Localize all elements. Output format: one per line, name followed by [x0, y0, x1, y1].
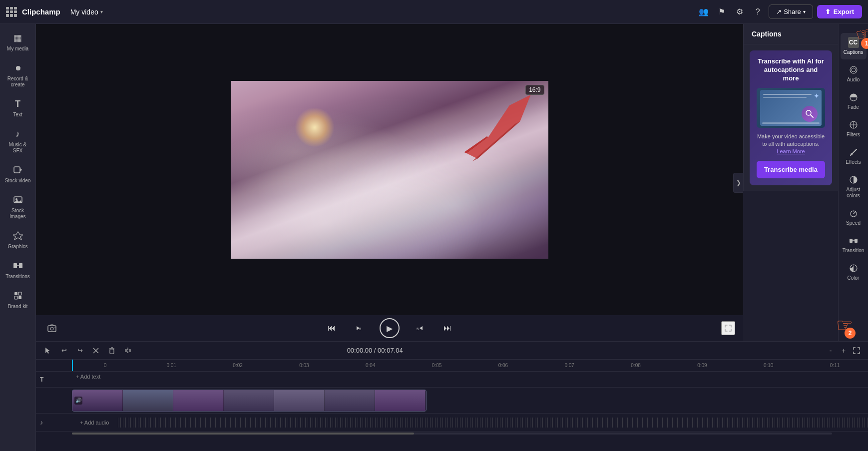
left-sidebar: ▦ My media ⏺ Record & create T Text ♪ Mu… [0, 24, 36, 451]
scrollbar-track [72, 433, 832, 435]
magnify-icon [802, 106, 818, 122]
rewind-button[interactable]: 5 [352, 320, 368, 336]
clip-thumbnails [72, 390, 426, 411]
select-tool[interactable] [42, 345, 54, 357]
svg-rect-14 [48, 326, 56, 332]
sidebar-item-my-media[interactable]: ▦ My media [2, 28, 34, 56]
apps-grid-icon[interactable] [6, 7, 16, 17]
ruler-mark-10: 0:10 [735, 363, 802, 368]
right-tool-fade[interactable]: Fade [841, 88, 867, 114]
panel-collapse-button[interactable]: ❯ [733, 173, 743, 193]
right-tool-audio[interactable]: Audio [841, 60, 867, 87]
captions-thumb-inner: ✦ [760, 90, 822, 126]
sidebar-item-brand-kit-label: Brand kit [8, 304, 27, 310]
graphics-icon [12, 230, 24, 242]
ruler-mark-1: 0:01 [138, 363, 205, 368]
share-chevron-icon: ▾ [803, 9, 806, 14]
settings-icon[interactable]: ⚙ [733, 5, 747, 19]
middle-section: 16:9 ⏮ 5 ▶ 5 ⏭ [36, 24, 868, 341]
expand-timeline-button[interactable] [851, 345, 862, 356]
record-icon: ⏺ [12, 62, 24, 74]
right-tool-color[interactable]: Color [841, 259, 867, 285]
sidebar-item-stock-images-label: Stock images [4, 208, 32, 220]
sidebar-item-transitions[interactable]: Transitions [2, 256, 34, 284]
ruler-mark-9: 0:09 [669, 363, 735, 368]
captions-card-description: Make your video accessible to all with a… [757, 133, 825, 156]
sidebar-item-stock-images[interactable]: Stock images [2, 190, 34, 224]
export-up-icon: ⬆ [825, 8, 831, 15]
scrollbar-thumb[interactable] [72, 433, 414, 435]
svg-rect-44 [129, 349, 131, 352]
transcribe-media-button[interactable]: Transcribe media [757, 161, 825, 178]
svg-rect-10 [14, 292, 17, 295]
skip-back-button[interactable]: ⏮ [324, 320, 340, 336]
text-track-content[interactable]: + Add text [72, 372, 868, 387]
forward-button[interactable]: 5 [412, 320, 428, 336]
audio-tool-icon [848, 64, 859, 75]
skip-forward-button[interactable]: ⏭ [439, 320, 455, 336]
video-background [231, 81, 548, 259]
svg-marker-1 [20, 168, 22, 171]
svg-rect-13 [18, 296, 21, 299]
fullscreen-button[interactable] [721, 321, 735, 335]
video-clip[interactable]: 🔊 [72, 390, 427, 412]
ruler-mark-8: 0:08 [603, 363, 669, 368]
music-icon: ♪ [12, 128, 24, 140]
waveform-display [117, 418, 868, 428]
sidebar-item-music-sfx[interactable]: ♪ Music & SFX [2, 124, 34, 158]
video-track-row: 🔊 [36, 388, 868, 414]
cut-button[interactable] [90, 345, 102, 357]
audio-track-content: + Add audio [72, 418, 868, 428]
svg-rect-43 [125, 349, 127, 352]
right-tool-adjust-colors-label: Adjust colors [843, 187, 865, 199]
svg-marker-4 [14, 200, 22, 203]
timeline-scrollbar[interactable] [36, 432, 868, 436]
screenshot-button[interactable] [44, 320, 60, 336]
people-icon[interactable]: 👥 [697, 5, 711, 19]
delete-button[interactable] [106, 345, 118, 357]
right-tool-adjust-colors[interactable]: Adjust colors [841, 170, 867, 203]
export-button[interactable]: ⬆ Export [817, 5, 862, 18]
filters-tool-icon [848, 119, 859, 130]
sidebar-item-text[interactable]: T Text [2, 94, 34, 122]
captions-panel: Captions Transcribe with AI for autocapt… [743, 24, 838, 191]
right-tool-captions-label: Captions [844, 49, 863, 55]
preview-area: 16:9 ⏮ 5 ▶ 5 ⏭ [36, 24, 743, 341]
right-tool-filters[interactable]: Filters [841, 115, 867, 142]
zoom-out-button[interactable]: - [825, 345, 836, 356]
sidebar-item-brand-kit[interactable]: Brand kit [2, 286, 34, 314]
undo-button[interactable]: ↩ [58, 345, 70, 357]
flag-icon[interactable]: ⚑ [715, 5, 729, 19]
right-tool-captions[interactable]: CC Captions [841, 33, 867, 59]
video-title-dropdown[interactable]: My video ▾ [66, 6, 107, 18]
captions-card-title: Transcribe with AI for autocaptions and … [757, 57, 825, 83]
right-tool-speed[interactable]: Speed [841, 204, 867, 230]
zoom-in-button[interactable]: + [838, 345, 849, 356]
learn-more-link[interactable]: Learn More [777, 148, 805, 154]
help-icon[interactable]: ? [751, 5, 765, 19]
add-audio-button[interactable]: + Add audio [76, 419, 113, 427]
redo-button[interactable]: ↪ [74, 345, 86, 357]
share-icon: ↗ [776, 8, 782, 15]
svg-point-15 [50, 327, 53, 330]
audio-track-label: ♪ [36, 419, 72, 426]
sidebar-item-stock-video[interactable]: Stock video [2, 160, 34, 188]
svg-point-3 [15, 198, 17, 200]
video-title-text: My video [70, 8, 98, 16]
ruler-mark-5: 0:05 [404, 363, 470, 368]
sidebar-item-record-create[interactable]: ⏺ Record & create [2, 58, 34, 92]
split-button[interactable] [122, 345, 134, 357]
right-tool-effects[interactable]: Effects [841, 143, 867, 169]
timeline-toolbar: ↩ ↪ 00:00.00 / 00:07.04 - + [36, 342, 868, 360]
sidebar-item-text-label: Text [13, 112, 22, 118]
svg-rect-12 [14, 296, 17, 299]
captions-side-panel: ❯ Captions Transcribe with AI for autoca… [743, 24, 838, 341]
main-area: ▦ My media ⏺ Record & create T Text ♪ Mu… [0, 24, 868, 451]
transition-tool-icon [848, 235, 859, 246]
right-tool-transition[interactable]: Transition [841, 231, 867, 258]
add-text-button[interactable]: + Add text [72, 373, 104, 381]
fade-tool-icon [848, 92, 859, 103]
share-button[interactable]: ↗ Share ▾ [769, 4, 813, 19]
sidebar-item-graphics[interactable]: Graphics [2, 226, 34, 254]
play-button[interactable]: ▶ [380, 318, 400, 338]
